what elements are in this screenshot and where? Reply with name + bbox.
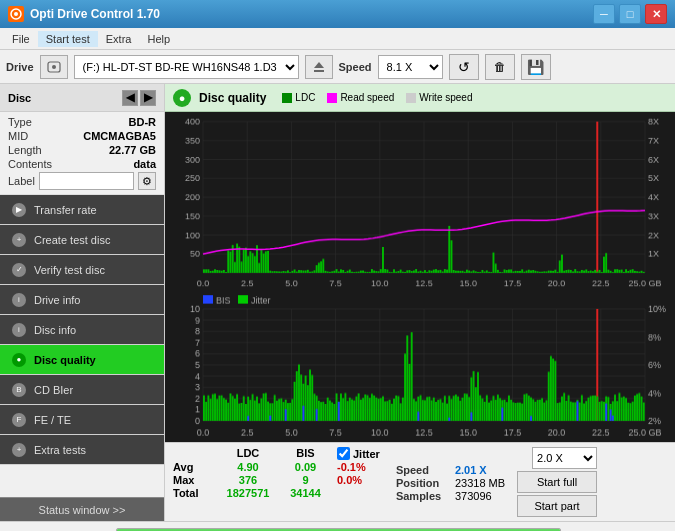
drive-label: Drive — [6, 61, 34, 73]
disc-header: Disc ◀ ▶ — [0, 84, 164, 112]
bis-jitter-chart — [165, 292, 675, 442]
menu-help[interactable]: Help — [139, 31, 178, 47]
disc-label-input[interactable] — [39, 172, 134, 190]
fe-te-icon: F — [12, 413, 26, 427]
close-button[interactable]: ✕ — [645, 4, 667, 24]
extra-tests-icon: + — [12, 443, 26, 457]
sidebar-item-transfer-rate[interactable]: ▶ Transfer rate — [0, 195, 164, 225]
menu-extra[interactable]: Extra — [98, 31, 140, 47]
disc-length-value: 22.77 GB — [109, 144, 156, 156]
svg-point-1 — [14, 12, 18, 16]
create-disc-icon: + — [12, 233, 26, 247]
jitter-checkbox[interactable] — [337, 447, 350, 460]
stats-bar: LDC BIS Avg 4.90 0.09 Max 376 9 Total — [165, 442, 675, 521]
disc-quality-icon-header: ● — [173, 89, 191, 107]
svg-marker-4 — [314, 62, 324, 68]
menu-file[interactable]: File — [4, 31, 38, 47]
left-panel: Disc ◀ ▶ Type BD-R MID CMCMAGBA5 Length … — [0, 84, 165, 521]
app-icon — [8, 6, 24, 22]
max-bis: 9 — [278, 474, 333, 486]
avg-jitter: -0.1% — [337, 461, 380, 473]
progress-bar-container — [116, 528, 561, 532]
transfer-rate-icon: ▶ — [12, 203, 26, 217]
drivebar: Drive (F:) HL-DT-ST BD-RE WH16NS48 1.D3 … — [0, 50, 675, 84]
status-window-btn[interactable]: Status window >> — [0, 497, 164, 521]
write-speed-legend-label: Write speed — [419, 92, 472, 103]
nav-transfer-rate-label: Transfer rate — [34, 204, 97, 216]
titlebar-controls: ─ □ ✕ — [593, 4, 667, 24]
sidebar-item-disc-info[interactable]: i Disc info — [0, 315, 164, 345]
disc-type-value: BD-R — [129, 116, 157, 128]
svg-rect-5 — [314, 70, 324, 72]
refresh-btn[interactable]: ↺ — [449, 54, 479, 80]
disc-contents-label: Contents — [8, 158, 52, 170]
disc-mid-value: CMCMAGBA5 — [83, 130, 156, 142]
total-bis: 34144 — [278, 487, 333, 499]
read-speed-legend-dot — [327, 93, 337, 103]
start-part-button[interactable]: Start part — [517, 495, 597, 517]
disc-length-row: Length 22.77 GB — [8, 144, 156, 156]
nav-items: ▶ Transfer rate + Create test disc ✓ Ver… — [0, 195, 164, 497]
main-area: Disc ◀ ▶ Type BD-R MID CMCMAGBA5 Length … — [0, 84, 675, 521]
avg-ldc: 4.90 — [218, 461, 278, 473]
sidebar-item-fe-te[interactable]: F FE / TE — [0, 405, 164, 435]
disc-prev-btn[interactable]: ◀ — [122, 90, 138, 106]
read-speed-legend-label: Read speed — [340, 92, 394, 103]
chart-legend: LDC Read speed Write speed — [282, 92, 472, 103]
save-btn[interactable]: 💾 — [521, 54, 551, 80]
disc-quality-title: Disc quality — [199, 91, 266, 105]
drive-select[interactable]: (F:) HL-DT-ST BD-RE WH16NS48 1.D3 — [74, 55, 299, 79]
minimize-button[interactable]: ─ — [593, 4, 615, 24]
legend-write-speed: Write speed — [406, 92, 472, 103]
maximize-button[interactable]: □ — [619, 4, 641, 24]
nav-disc-quality-label: Disc quality — [34, 354, 96, 366]
sidebar-item-disc-quality[interactable]: ● Disc quality — [0, 345, 164, 375]
disc-mid-label: MID — [8, 130, 28, 142]
total-label: Total — [173, 487, 218, 499]
quality-speed-select[interactable]: 2.0 X — [532, 447, 597, 469]
drive-eject-btn[interactable] — [305, 55, 333, 79]
right-panel: ● Disc quality LDC Read speed Write spee… — [165, 84, 675, 521]
nav-drive-info-label: Drive info — [34, 294, 80, 306]
menu-start-test[interactable]: Start test — [38, 31, 98, 47]
speed-select[interactable]: 8.1 X — [378, 55, 443, 79]
start-full-button[interactable]: Start full — [517, 471, 597, 493]
disc-info-icon: i — [12, 323, 26, 337]
avg-label: Avg — [173, 461, 218, 473]
write-speed-legend-dot — [406, 93, 416, 103]
ldc-legend-dot — [282, 93, 292, 103]
sidebar-item-verify-test-disc[interactable]: ✓ Verify test disc — [0, 255, 164, 285]
sidebar-item-drive-info[interactable]: i Drive info — [0, 285, 164, 315]
jitter-stats: Jitter -0.1% 0.0% — [337, 447, 380, 486]
nav-disc-info-label: Disc info — [34, 324, 76, 336]
ldc-legend-label: LDC — [295, 92, 315, 103]
speed-pos-stats: Speed 2.01 X Position 23318 MB Samples 3… — [396, 447, 505, 502]
disc-label-row: Label ⚙ — [8, 172, 156, 190]
max-jitter: 0.0% — [337, 474, 380, 486]
sidebar-item-extra-tests[interactable]: + Extra tests — [0, 435, 164, 465]
nav-create-disc-label: Create test disc — [34, 234, 110, 246]
svg-point-3 — [52, 65, 56, 69]
disc-next-btn[interactable]: ▶ — [140, 90, 156, 106]
ldc-bis-stats: LDC BIS Avg 4.90 0.09 Max 376 9 Total — [173, 447, 333, 499]
disc-label-settings-btn[interactable]: ⚙ — [138, 172, 156, 190]
speed-stat-label: Speed — [396, 464, 451, 476]
legend-read-speed: Read speed — [327, 92, 394, 103]
erase-btn[interactable]: 🗑 — [485, 54, 515, 80]
sidebar-item-create-test-disc[interactable]: + Create test disc — [0, 225, 164, 255]
ldc-col-header: LDC — [218, 447, 278, 459]
sidebar-item-cd-bier[interactable]: B CD BIer — [0, 375, 164, 405]
bis-col-header: BIS — [278, 447, 333, 459]
right-controls: 2.0 X Start full Start part — [517, 447, 597, 517]
disc-type-label: Type — [8, 116, 32, 128]
max-label: Max — [173, 474, 218, 486]
drive-icon-btn[interactable] — [40, 55, 68, 79]
disc-quality-icon: ● — [12, 353, 26, 367]
disc-mid-row: MID CMCMAGBA5 — [8, 130, 156, 142]
legend-ldc: LDC — [282, 92, 315, 103]
cd-bier-icon: B — [12, 383, 26, 397]
verify-disc-icon: ✓ — [12, 263, 26, 277]
nav-extra-tests-label: Extra tests — [34, 444, 86, 456]
position-stat-label: Position — [396, 477, 451, 489]
samples-stat-value: 373096 — [455, 490, 492, 502]
